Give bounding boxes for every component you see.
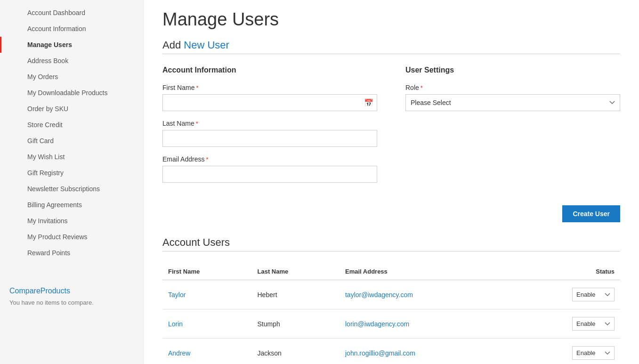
sidebar: Account DashboardAccount InformationMana…: [0, 0, 144, 364]
table-row: TaylorHeberttaylor@iwdagency.comEnableDi…: [162, 280, 620, 309]
add-user-form: Account Information First Name * 📅 Last …: [162, 66, 620, 191]
user-status-select[interactable]: EnableDisable: [572, 317, 615, 331]
account-users-table: First Name Last Name Email Address Statu…: [162, 263, 620, 364]
sidebar-item-gift-registry[interactable]: Gift Registry: [0, 165, 143, 181]
user-first-name[interactable]: Taylor: [162, 280, 252, 309]
sidebar-item-gift-card[interactable]: Gift Card: [0, 133, 143, 149]
sidebar-item-newsletter-subscriptions[interactable]: Newsletter Subscriptions: [0, 181, 143, 197]
sidebar-item-reward-points[interactable]: Reward Points: [0, 245, 143, 261]
user-email[interactable]: lorin@iwdagency.com: [340, 309, 509, 339]
sidebar-item-address-book[interactable]: Address Book: [0, 53, 143, 69]
email-field: Email Address *: [162, 155, 377, 183]
sidebar-item-store-credit[interactable]: Store Credit: [0, 117, 143, 133]
user-email[interactable]: john.rogillio@gmail.com: [340, 339, 509, 364]
sidebar-item-my-product-reviews[interactable]: My Product Reviews: [0, 229, 143, 245]
compare-section: CompareProducts You have no items to com…: [0, 280, 143, 313]
compare-description: You have no items to compare.: [9, 299, 134, 306]
compare-title: CompareProducts: [9, 287, 134, 295]
user-status-cell: EnableDisable: [509, 309, 620, 339]
table-header-row: First Name Last Name Email Address Statu…: [162, 263, 620, 280]
sidebar-item-billing-agreements[interactable]: Billing Agreements: [0, 197, 143, 213]
role-label: Role *: [405, 84, 620, 91]
col-header-first-name: First Name: [162, 263, 252, 280]
col-header-status: Status: [509, 263, 620, 280]
account-users-title: Account Users: [162, 236, 620, 249]
last-name-label: Last Name *: [162, 120, 377, 127]
first-name-input[interactable]: [162, 94, 377, 111]
sidebar-item-my-invitations[interactable]: My Invitations: [0, 213, 143, 229]
user-email[interactable]: taylor@iwdagency.com: [340, 280, 509, 309]
table-row: LorinStumphlorin@iwdagency.comEnableDisa…: [162, 309, 620, 339]
last-name-input[interactable]: [162, 130, 377, 147]
create-user-button[interactable]: Create User: [562, 205, 620, 222]
user-last-name: Stumph: [252, 309, 340, 339]
last-name-field: Last Name *: [162, 120, 377, 147]
first-name-required: *: [196, 84, 198, 91]
add-new-user-title: Add New User: [162, 39, 620, 51]
role-select[interactable]: Please Select: [405, 94, 620, 111]
create-user-row: Create User: [162, 205, 620, 222]
sidebar-item-my-wish-list[interactable]: My Wish List: [0, 149, 143, 165]
col-header-last-name: Last Name: [252, 263, 340, 280]
first-name-field: First Name * 📅: [162, 84, 377, 111]
last-name-required: *: [196, 120, 198, 127]
account-users-divider: [162, 251, 620, 251]
section-divider: [162, 54, 620, 54]
user-settings-col: User Settings Role * Please Select: [405, 66, 620, 191]
account-info-label: Account Information: [162, 66, 377, 74]
table-body: TaylorHeberttaylor@iwdagency.comEnableDi…: [162, 280, 620, 364]
user-last-name: Hebert: [252, 280, 340, 309]
col-header-email: Email Address: [340, 263, 509, 280]
email-input[interactable]: [162, 166, 377, 183]
compare-title-plain: Compare: [9, 287, 40, 295]
user-first-name[interactable]: Lorin: [162, 309, 252, 339]
compare-title-link: Products: [40, 287, 70, 295]
calendar-icon: 📅: [364, 98, 373, 107]
user-status-select[interactable]: EnableDisable: [572, 346, 615, 360]
email-required: *: [206, 156, 208, 163]
user-status-cell: EnableDisable: [509, 339, 620, 364]
user-settings-label: User Settings: [405, 66, 620, 74]
account-info-col: Account Information First Name * 📅 Last …: [162, 66, 377, 191]
role-field: Role * Please Select: [405, 84, 620, 111]
sidebar-item-account-dashboard[interactable]: Account Dashboard: [0, 5, 143, 21]
sidebar-item-my-orders[interactable]: My Orders: [0, 69, 143, 85]
user-last-name: Jackson: [252, 339, 340, 364]
table-header: First Name Last Name Email Address Statu…: [162, 263, 620, 280]
sidebar-item-manage-users[interactable]: Manage Users: [0, 37, 143, 53]
first-name-label: First Name *: [162, 84, 377, 91]
user-first-name[interactable]: Andrew: [162, 339, 252, 364]
email-label: Email Address *: [162, 155, 377, 163]
user-status-select[interactable]: EnableDisable: [572, 288, 615, 301]
main-content: Manage Users Add New User Account Inform…: [144, 0, 639, 364]
table-row: AndrewJacksonjohn.rogillio@gmail.comEnab…: [162, 339, 620, 364]
user-status-cell: EnableDisable: [509, 280, 620, 309]
page-title: Manage Users: [162, 9, 620, 30]
sidebar-item-order-by-sku[interactable]: Order by SKU: [0, 101, 143, 117]
sidebar-item-account-information[interactable]: Account Information: [0, 21, 143, 37]
role-required: *: [421, 84, 423, 91]
sidebar-item-my-downloadable-products[interactable]: My Downloadable Products: [0, 85, 143, 101]
account-users-table-container: First Name Last Name Email Address Statu…: [162, 263, 620, 364]
